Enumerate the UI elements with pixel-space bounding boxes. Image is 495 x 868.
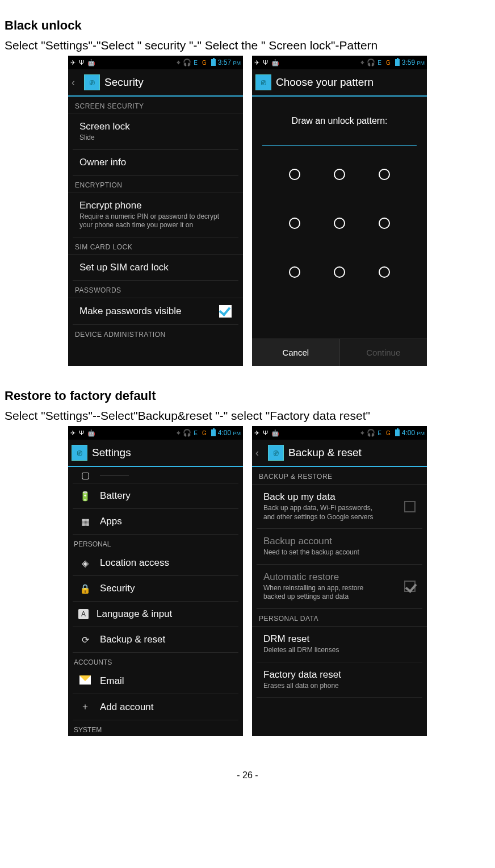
backup-icon: ⟳ (78, 635, 92, 645)
phone-settings: ✈ Ψ 🤖 ⌖ 🎧 E G 4:00 PM ⎚ Settings ▢――― 🔋 … (68, 426, 243, 736)
pattern-dot[interactable] (379, 266, 390, 278)
row-screen-lock[interactable]: Screen lock Slide (73, 114, 238, 150)
pattern-area[interactable]: Draw an unlock pattern: Cancel Continue (252, 97, 427, 366)
pattern-button-bar: Cancel Continue (252, 339, 427, 366)
status-right: ⌖ 🎧 E G 4:00 PM (177, 429, 241, 437)
status-left: ✈ Ψ 🤖 (254, 59, 279, 66)
appbar-title: Backup & reset (288, 446, 362, 459)
appbar-title: Settings (92, 446, 131, 459)
signal-e-label: E (194, 60, 198, 66)
row-passwords-visible[interactable]: Make passwords visible (73, 298, 238, 325)
row-encrypt-phone[interactable]: Encrypt phone Require a numeric PIN or p… (73, 193, 238, 237)
app-bar[interactable]: ‹ ⎚ Security (68, 69, 243, 97)
battery-list-icon: 🔋 (78, 491, 92, 502)
pwd-visible-title: Make passwords visible (79, 306, 215, 317)
auto-restore-sub: When reinstalling an app, restore backed… (263, 584, 377, 602)
pattern-dot[interactable] (334, 169, 345, 180)
location-icon: ◈ (78, 558, 92, 569)
status-left: ✈ Ψ 🤖 (70, 429, 95, 437)
email-label: Email (100, 675, 124, 687)
phone-pattern: ✈ Ψ 🤖 ⌖ 🎧 E G 3:59 PM ⎚ Choose your patt… (252, 56, 427, 366)
status-right: ⌖ 🎧 E G 3:59 PM (360, 59, 425, 66)
bluetooth-icon: ⌖ (360, 59, 364, 66)
row-factory-reset[interactable]: Factory data reset Erases all data on ph… (257, 662, 422, 698)
status-bar: ✈ Ψ 🤖 ⌖ 🎧 E G 4:00 PM (252, 426, 427, 440)
pwd-visible-checkbox[interactable] (219, 305, 232, 318)
android-icon: 🤖 (271, 59, 279, 66)
row-battery[interactable]: 🔋 Battery (73, 483, 238, 509)
security-label: Security (100, 583, 135, 594)
row-email[interactable]: Email (73, 669, 238, 694)
row-sim-lock[interactable]: Set up SIM card lock (73, 255, 238, 281)
heading-restore: Restore to factory default (5, 389, 490, 403)
android-icon: 🤖 (87, 429, 95, 437)
row-auto-restore: Automatic restore When reinstalling an a… (257, 565, 422, 609)
settings-app-icon: ⎚ (268, 445, 284, 461)
section-passwords: PASSWORDS (68, 281, 243, 298)
cancel-button[interactable]: Cancel (252, 339, 339, 366)
continue-button: Continue (339, 339, 427, 366)
android-icon: 🤖 (87, 59, 95, 66)
battery-label: Battery (100, 490, 131, 502)
back-icon[interactable]: ‹ (72, 77, 79, 89)
encrypt-sub: Require a numeric PIN or password to dec… (79, 212, 232, 230)
back-icon[interactable]: ‹ (255, 447, 263, 459)
storage-icon: ▢ (78, 470, 92, 481)
row-backup-reset[interactable]: ⟳ Backup & reset (73, 627, 238, 653)
airplane-icon: ✈ (70, 429, 75, 437)
bluetooth-icon: ⌖ (177, 59, 181, 66)
encrypt-title: Encrypt phone (79, 200, 232, 211)
status-bar: ✈ Ψ 🤖 ⌖ 🎧 E G 3:57 PM (68, 56, 243, 69)
section-device-admin: DEVICE ADMINISTRATION (68, 325, 243, 342)
clock: 3:57 PM (218, 59, 241, 66)
auto-restore-checkbox (404, 581, 416, 592)
battery-icon (211, 59, 216, 66)
owner-info-title: Owner info (79, 157, 232, 168)
signal-g-label: G (386, 430, 391, 436)
pattern-dots[interactable] (272, 169, 406, 278)
row-location[interactable]: ◈ Location access (73, 550, 238, 576)
screen-lock-title: Screen lock (79, 121, 232, 132)
pattern-dot[interactable] (289, 218, 300, 229)
backup-data-title: Back up my data (263, 491, 400, 503)
signal-e-label: E (194, 430, 198, 436)
section-sim: SIM CARD LOCK (68, 237, 243, 255)
pattern-dot[interactable] (334, 218, 345, 229)
status-bar: ✈ Ψ 🤖 ⌖ 🎧 E G 4:00 PM (68, 426, 243, 440)
row-storage-cut[interactable]: ▢――― (73, 467, 238, 483)
row-backup-account: Backup account Need to set the backup ac… (257, 529, 422, 565)
usb-icon: Ψ (263, 429, 268, 436)
row-back-up-data[interactable]: Back up my data Back up app data, Wi-Fi … (257, 485, 422, 529)
pattern-dot[interactable] (334, 266, 345, 278)
signal-e-label: E (377, 60, 381, 66)
pattern-dot[interactable] (379, 169, 390, 180)
backup-data-checkbox[interactable] (404, 501, 416, 512)
apps-icon: ▦ (78, 516, 92, 527)
section-personal: PERSONAL (68, 535, 243, 550)
section-personal-data: PERSONAL DATA (252, 609, 427, 627)
page-footer: - 26 - (5, 770, 490, 781)
settings-app-icon: ⎚ (72, 445, 87, 461)
section-system: SYSTEM (68, 720, 243, 734)
row-drm-reset[interactable]: DRM reset Deletes all DRM licenses (257, 627, 422, 662)
row-apps[interactable]: ▦ Apps (73, 509, 238, 535)
pattern-dot[interactable] (289, 266, 300, 278)
app-bar: ⎚ Settings (68, 440, 243, 467)
appbar-title: Choose your pattern (276, 76, 374, 89)
row-security[interactable]: 🔒 Security (73, 576, 238, 602)
plus-icon: ＋ (78, 701, 92, 713)
body-restore: Select "Settings"--Select"Backup&reset "… (5, 409, 490, 423)
app-bar[interactable]: ⎚ Choose your pattern (252, 69, 427, 97)
signal-e-label: E (377, 430, 381, 436)
row-add-account[interactable]: ＋ Add account (73, 694, 238, 720)
row-language[interactable]: A Language & input (73, 602, 238, 627)
battery-icon (395, 429, 400, 436)
signal-g-label: G (386, 60, 391, 66)
pattern-dot[interactable] (379, 218, 390, 229)
usb-icon: Ψ (79, 59, 84, 66)
headphones-icon: 🎧 (183, 59, 191, 66)
pattern-dot[interactable] (289, 169, 300, 180)
battery-icon (211, 429, 216, 436)
app-bar[interactable]: ‹ ⎚ Backup & reset (252, 440, 427, 467)
row-owner-info[interactable]: Owner info (73, 150, 238, 176)
